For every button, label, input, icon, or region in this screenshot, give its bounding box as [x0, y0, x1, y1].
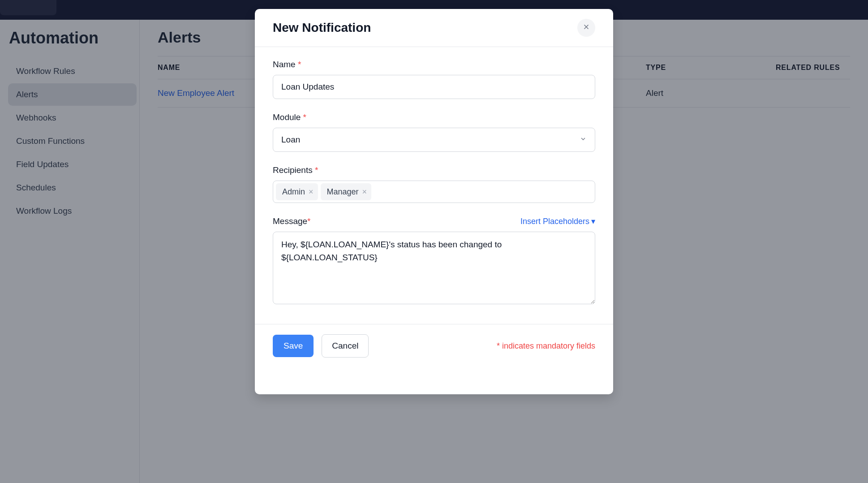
message-label-text: Message — [273, 216, 307, 226]
module-select-value: Loan — [281, 135, 300, 145]
message-label-row: Message* Insert Placeholders ▾ — [273, 216, 595, 226]
recipients-label: Recipients * — [273, 165, 595, 175]
message-textarea[interactable] — [273, 232, 595, 304]
modal-body: Name * Module * Loan Recipients * Ad — [255, 47, 613, 324]
module-label: Module * — [273, 112, 595, 122]
name-label-text: Name — [273, 60, 296, 69]
insert-placeholders-text: Insert Placeholders — [520, 217, 589, 226]
module-label-text: Module — [273, 112, 301, 122]
mandatory-note: * indicates mandatory fields — [497, 341, 595, 351]
modal-overlay: New Notification Name * Module * Loan — [0, 0, 868, 483]
required-mark: * — [307, 216, 310, 226]
close-icon — [582, 23, 590, 33]
recipients-input[interactable]: Admin × Manager × — [273, 181, 595, 203]
required-mark: * — [298, 60, 301, 69]
name-label: Name * — [273, 60, 595, 69]
new-notification-modal: New Notification Name * Module * Loan — [255, 9, 613, 394]
recipient-tag: Admin × — [276, 183, 318, 200]
insert-placeholders-link[interactable]: Insert Placeholders ▾ — [520, 216, 595, 226]
modal-header: New Notification — [255, 9, 613, 47]
caret-down-icon: ▾ — [591, 216, 595, 226]
name-input[interactable] — [273, 75, 595, 99]
modal-title: New Notification — [273, 21, 371, 35]
chevron-down-icon — [580, 135, 587, 145]
recipient-tag: Manager × — [321, 183, 372, 200]
save-button[interactable]: Save — [273, 335, 314, 357]
required-mark: * — [303, 112, 306, 122]
close-button[interactable] — [577, 19, 595, 37]
recipient-tag-label: Manager — [327, 187, 359, 197]
required-mark: * — [315, 165, 318, 175]
message-label: Message* — [273, 216, 311, 226]
recipient-tag-label: Admin — [282, 187, 305, 197]
modal-footer: Save Cancel * indicates mandatory fields — [255, 324, 613, 370]
remove-tag-icon[interactable]: × — [362, 187, 367, 197]
remove-tag-icon[interactable]: × — [309, 187, 314, 197]
module-select[interactable]: Loan — [273, 128, 595, 152]
cancel-button[interactable]: Cancel — [322, 334, 369, 358]
recipients-label-text: Recipients — [273, 165, 313, 175]
